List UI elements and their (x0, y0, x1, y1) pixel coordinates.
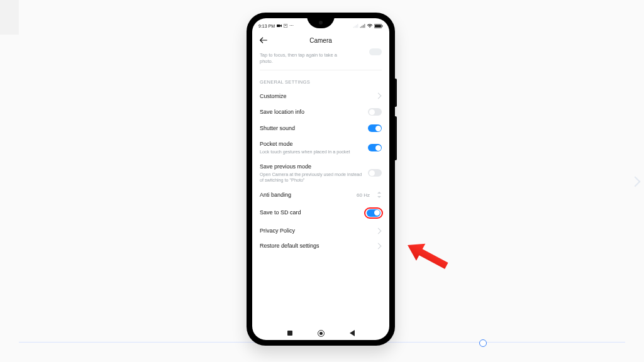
setting-row-privacy-policy[interactable]: Privacy Policy (260, 223, 382, 239)
chevron-right-icon (375, 243, 382, 250)
setting-value: 60 Hz (357, 192, 370, 198)
setting-label: Save previous mode (260, 163, 363, 170)
setting-sub: Lock touch gestures when placed in a poc… (260, 149, 363, 155)
toggle-disabled-icon (369, 48, 382, 55)
setting-label: Save to SD card (260, 209, 359, 216)
nav-back-icon[interactable] (350, 330, 355, 336)
setting-row-save-location[interactable]: Save location info (260, 104, 382, 120)
phone-side-button (395, 116, 397, 160)
toggle-save-location[interactable] (368, 108, 382, 116)
svg-rect-4 (382, 25, 382, 27)
setting-label: Save location info (260, 109, 363, 116)
back-arrow-icon (258, 35, 269, 45)
setting-row-anti-banding[interactable]: Anti banding 60 Hz (260, 187, 382, 203)
setting-label: Anti banding (260, 192, 352, 199)
video-recording-icon (277, 24, 282, 28)
chevron-right-icon (375, 228, 382, 234)
page-decor-panel (0, 0, 19, 35)
app-header: Camera (252, 32, 389, 48)
page-title: Camera (309, 37, 332, 44)
setting-sub: Tap to focus, then tap again to take a (260, 52, 365, 58)
setting-label: Pocket mode (260, 141, 363, 148)
setting-row-customize[interactable]: Customize (260, 89, 382, 104)
annotation-highlight-ring (364, 207, 383, 219)
settings-content[interactable]: Tap to focus, then tap again to take a p… (252, 48, 389, 254)
section-header-general: GENERAL SETTINGS (260, 70, 382, 89)
back-button[interactable] (258, 35, 269, 45)
setting-sub: photo. (260, 58, 365, 65)
annotation-arrow-icon (405, 241, 449, 270)
phone-screen: 9:13 PM ⋯ Camera Tap to focus, then tap (252, 18, 389, 340)
nav-recent-icon[interactable] (287, 331, 292, 336)
setting-label: Shutter sound (260, 125, 363, 132)
setting-label: Customize (260, 93, 371, 100)
status-time: 9:13 PM (258, 24, 275, 28)
carousel-progress-handle[interactable] (479, 339, 487, 347)
toggle-save-previous-mode[interactable] (368, 169, 382, 177)
cast-icon (284, 24, 287, 28)
setting-row-shutter-sound[interactable]: Shutter sound (260, 120, 382, 136)
setting-label: Privacy Policy (260, 228, 371, 234)
nav-home-icon[interactable] (318, 330, 325, 337)
setting-row-truncated[interactable]: Tap to focus, then tap again to take a p… (260, 48, 382, 70)
svg-marker-5 (405, 241, 449, 270)
setting-row-restore-defaults[interactable]: Restore default settings (260, 238, 382, 254)
chevron-right-icon (375, 93, 382, 99)
phone-frame: 9:13 PM ⋯ Camera Tap to focus, then tap (247, 13, 395, 346)
toggle-save-to-sd-card[interactable] (367, 209, 380, 217)
android-nav-bar (252, 326, 389, 340)
battery-icon (374, 24, 383, 28)
signal-icon (360, 24, 365, 28)
svg-rect-1 (284, 24, 287, 28)
svg-rect-0 (277, 25, 280, 27)
setting-sub: Open Camera at the previously used mode … (260, 172, 363, 183)
wifi-icon (367, 23, 373, 28)
carousel-next-icon[interactable] (630, 177, 641, 187)
setting-row-save-to-sd-card[interactable]: Save to SD card (260, 203, 382, 223)
toggle-pocket-mode[interactable] (368, 144, 382, 151)
toggle-shutter-sound[interactable] (368, 124, 382, 132)
svg-rect-3 (375, 25, 381, 27)
setting-label: Restore default settings (260, 243, 371, 250)
status-more-icon: ⋯ (289, 23, 293, 28)
phone-side-button (395, 79, 397, 107)
signal-icon-dim (353, 24, 358, 28)
up-down-icon (377, 192, 382, 198)
setting-row-save-previous-mode[interactable]: Save previous mode Open Camera at the pr… (260, 159, 382, 187)
setting-row-pocket-mode[interactable]: Pocket mode Lock touch gestures when pla… (260, 136, 382, 159)
